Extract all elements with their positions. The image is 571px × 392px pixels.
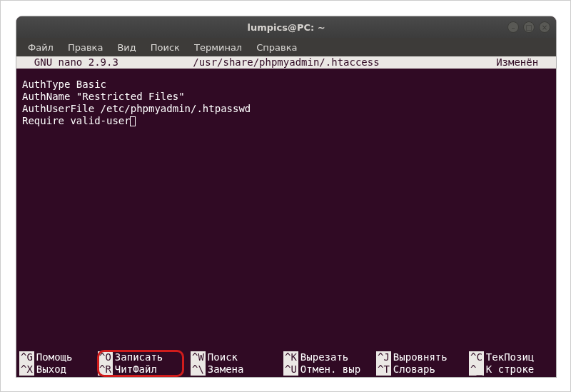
- shortcut-item: ^CТекПозиц: [469, 351, 547, 363]
- shortcut-label: Помощь: [34, 351, 73, 363]
- shortcut-key: ^C: [469, 351, 484, 363]
- shortcut-item: ^KВырезать: [283, 351, 376, 363]
- menu-help[interactable]: Справка: [251, 40, 303, 55]
- shortcut-item: ^WПоиск: [191, 351, 283, 363]
- shortcut-label: Замена: [206, 363, 244, 376]
- nano-header: GNU nano 2.9.3 /usr/share/phpmyadmin/.ht…: [16, 56, 556, 69]
- shortcut-item: ^\Замена: [191, 363, 283, 376]
- shortcut-label: К строке: [484, 363, 534, 376]
- shortcut-key: ^K: [283, 351, 298, 363]
- shortcut-item: ^GПомощь: [19, 351, 98, 363]
- shortcut-label: Выровнять: [391, 351, 448, 363]
- editor-line: Require valid-user: [22, 115, 131, 126]
- terminal-content[interactable]: GNU nano 2.9.3 /usr/share/phpmyadmin/.ht…: [16, 56, 556, 377]
- shortcut-key: ^O: [98, 351, 113, 363]
- shortcut-key: ^G: [19, 351, 34, 363]
- editor-line: AuthType Basic: [22, 79, 106, 90]
- shortcut-key: ^_: [469, 363, 484, 376]
- nano-version: GNU nano 2.9.3: [22, 56, 118, 69]
- editor-body[interactable]: AuthType Basic AuthName "Restricted File…: [16, 69, 556, 127]
- shortcut-key: ^R: [98, 363, 113, 376]
- shortcut-label: ЧитФайл: [113, 363, 157, 376]
- menu-edit[interactable]: Правка: [62, 40, 108, 55]
- menu-file[interactable]: Файл: [22, 40, 59, 55]
- editor-line: AuthUserFile /etc/phpmyadmin/.htpasswd: [22, 103, 251, 114]
- window-title: lumpics@PC: ~: [247, 22, 325, 33]
- minimize-button[interactable]: –: [507, 21, 519, 33]
- shortcut-key: ^W: [191, 351, 206, 363]
- shortcut-item: ^OЗаписать: [98, 351, 191, 363]
- shortcut-label: Отмен. выр: [298, 363, 360, 376]
- shortcut-label: ТекПозиц: [484, 351, 534, 363]
- shortcut-key: ^T: [376, 363, 391, 376]
- menu-search[interactable]: Поиск: [145, 40, 186, 55]
- menubar: Файл Правка Вид Поиск Терминал Справка: [16, 38, 556, 56]
- shortcut-item: ^UОтмен. выр: [283, 363, 376, 376]
- shortcut-label: Вырезать: [298, 351, 348, 363]
- editor-line: AuthName "Restricted Files": [22, 91, 185, 102]
- shortcut-key: ^J: [376, 351, 391, 363]
- titlebar: lumpics@PC: ~ – □ ×: [16, 16, 556, 38]
- shortcut-item: ^XВыход: [19, 363, 98, 376]
- shortcut-key: ^X: [19, 363, 34, 376]
- terminal-window: lumpics@PC: ~ – □ × Файл Правка Вид Поис…: [16, 16, 556, 377]
- close-button[interactable]: ×: [539, 21, 550, 33]
- shortcut-row: ^GПомощь^OЗаписать^WПоиск^KВырезать^JВыр…: [19, 351, 553, 363]
- shortcut-item: ^_К строке: [469, 363, 547, 376]
- shortcut-key: ^U: [283, 363, 298, 376]
- shortcut-item: ^TСловарь: [376, 363, 469, 376]
- nano-shortcuts: ^GПомощь^OЗаписать^WПоиск^KВырезать^JВыр…: [16, 351, 556, 377]
- window-controls: – □ ×: [507, 21, 550, 33]
- shortcut-label: Поиск: [206, 351, 238, 363]
- cursor-icon: [130, 116, 136, 126]
- maximize-button[interactable]: □: [523, 21, 535, 33]
- shortcut-label: Записать: [113, 351, 163, 363]
- shortcut-item: ^JВыровнять: [376, 351, 469, 363]
- nano-status: Изменён: [496, 56, 550, 69]
- shortcut-label: Словарь: [391, 363, 435, 376]
- menu-terminal[interactable]: Терминал: [188, 40, 248, 55]
- shortcut-row: ^XВыход^RЧитФайл^\Замена^UОтмен. выр^TСл…: [19, 363, 553, 376]
- shortcut-item: ^RЧитФайл: [98, 363, 191, 376]
- shortcut-label: Выход: [34, 363, 66, 376]
- menu-view[interactable]: Вид: [111, 40, 141, 55]
- shortcut-key: ^\: [191, 363, 206, 376]
